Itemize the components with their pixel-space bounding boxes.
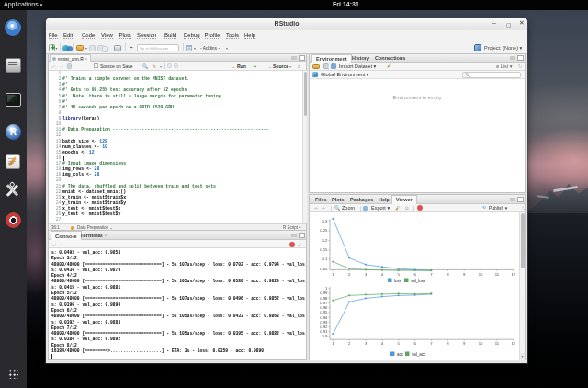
svg-text:8: 8 [447, 271, 449, 276]
svg-text:6: 6 [414, 271, 417, 276]
svg-text:0.98: 0.98 [320, 295, 328, 300]
svg-text:val_acc: val_acc [412, 351, 426, 356]
svg-text:9: 9 [463, 341, 466, 346]
svg-text:0.05: 0.05 [320, 266, 328, 270]
svg-text:12: 12 [511, 341, 515, 346]
svg-text:12: 12 [511, 271, 515, 276]
svg-text:0.93: 0.93 [320, 319, 328, 324]
svg-text:0.2: 0.2 [322, 238, 329, 243]
svg-text:4: 4 [381, 341, 384, 346]
svg-text:2: 2 [348, 271, 351, 276]
svg-text:0.15: 0.15 [320, 247, 328, 252]
svg-text:0.3: 0.3 [322, 218, 329, 223]
svg-text:7: 7 [430, 341, 433, 346]
svg-text:4: 4 [381, 271, 384, 276]
svg-text:0.1: 0.1 [322, 257, 329, 261]
svg-text:10: 10 [479, 341, 483, 346]
svg-text:0.25: 0.25 [320, 228, 328, 233]
svg-text:7: 7 [430, 271, 433, 276]
svg-text:10: 10 [479, 271, 483, 276]
svg-text:8: 8 [447, 341, 449, 346]
svg-text:0.9: 0.9 [322, 334, 329, 338]
svg-text:6: 6 [414, 341, 417, 346]
svg-text:11: 11 [495, 271, 500, 276]
svg-text:acc: acc [397, 351, 404, 356]
svg-text:5: 5 [398, 341, 401, 346]
svg-text:11: 11 [495, 341, 500, 346]
svg-text:val_loss: val_loss [411, 278, 426, 282]
svg-text:3: 3 [365, 271, 368, 276]
svg-text:1: 1 [332, 341, 334, 346]
svg-text:5: 5 [398, 271, 401, 276]
svg-text:1: 1 [332, 271, 334, 276]
svg-text:3: 3 [365, 341, 368, 346]
svg-text:2: 2 [348, 341, 351, 346]
svg-text:loss: loss [394, 278, 402, 282]
svg-text:9: 9 [463, 271, 466, 276]
